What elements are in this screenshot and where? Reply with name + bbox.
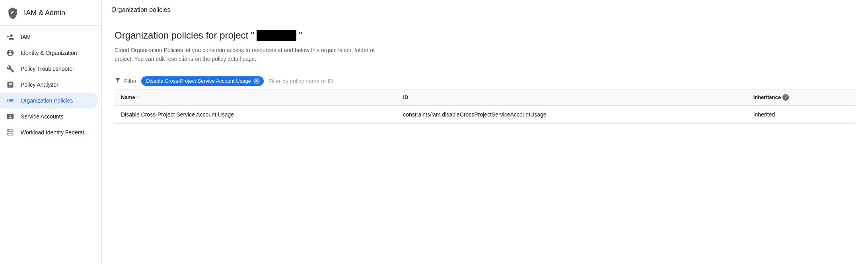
page-title-prefix: Organization policies for project " xyxy=(115,30,254,41)
filter-text: Filter xyxy=(124,78,136,84)
filter-icon xyxy=(115,77,121,85)
th-id: ID xyxy=(397,89,747,106)
filter-label: Filter xyxy=(115,77,136,85)
sidebar-item-org-policies-label: Organization Policies xyxy=(21,97,73,104)
page-title-suffix: " xyxy=(299,30,302,41)
app-title: IAM & Admin xyxy=(24,9,65,17)
list-alt-icon xyxy=(6,81,14,89)
sidebar-item-identity-org-label: Identity & Organization xyxy=(21,50,77,56)
td-name: Disable Cross-Project Service Account Us… xyxy=(115,105,397,123)
sidebar-item-policy-troubleshooter[interactable]: Policy Troubleshooter xyxy=(0,61,98,77)
table-header: Name ↑ ID Inheritance ? xyxy=(115,89,855,106)
person-add-icon xyxy=(6,33,14,41)
badge-icon xyxy=(6,113,14,120)
wrench-icon xyxy=(6,65,14,73)
sidebar-item-policy-analyzer[interactable]: Policy Analyzer xyxy=(0,77,98,93)
td-inheritance: Inherited xyxy=(747,105,855,123)
dns-icon xyxy=(6,128,14,136)
filter-bar: Filter Disable Cross-Project Service Acc… xyxy=(115,73,855,89)
sidebar-item-iam-label: IAM xyxy=(21,34,31,40)
page-title: Organization policies for project "" xyxy=(115,30,855,41)
main-header: Organization policies xyxy=(102,0,868,20)
main-body: Organization policies for project "" Clo… xyxy=(102,20,868,264)
sidebar-item-service-accounts[interactable]: Service Accounts xyxy=(0,109,98,124)
policy-table: Name ↑ ID Inheritance ? xyxy=(115,89,855,124)
filter-chip-close-icon[interactable]: ✕ xyxy=(253,78,260,84)
sidebar-nav: IAM Identity & Organization Policy Troub… xyxy=(0,26,101,264)
table-body: Disable Cross-Project Service Account Us… xyxy=(115,105,855,123)
sidebar-item-identity-org[interactable]: Identity & Organization xyxy=(0,45,98,61)
filter-placeholder[interactable]: Filter by policy name or ID xyxy=(269,78,333,84)
th-name-label: Name xyxy=(121,94,135,100)
sidebar: IAM & Admin IAM Identity & Organization … xyxy=(0,0,102,264)
sidebar-item-workload-identity[interactable]: Workload Identity Federat... xyxy=(0,124,98,140)
sidebar-item-workload-identity-label: Workload Identity Federat... xyxy=(21,129,89,136)
main-content: Organization policies Organization polic… xyxy=(102,0,868,264)
td-id: constraints/iam.disableCrossProjectServi… xyxy=(397,105,747,123)
sidebar-item-policy-analyzer-label: Policy Analyzer xyxy=(21,82,58,88)
th-name: Name ↑ xyxy=(115,89,397,106)
project-name-redacted xyxy=(257,30,296,41)
th-inheritance: Inheritance ? xyxy=(747,89,855,106)
list-icon xyxy=(6,97,14,105)
sort-asc-icon[interactable]: ↑ xyxy=(136,95,139,100)
page-description: Cloud Organization Policies let you cons… xyxy=(115,46,393,64)
sidebar-item-org-policies[interactable]: Organization Policies xyxy=(0,93,98,109)
main-header-title: Organization policies xyxy=(111,6,171,13)
table-row[interactable]: Disable Cross-Project Service Account Us… xyxy=(115,105,855,123)
sidebar-item-iam[interactable]: IAM xyxy=(0,29,98,45)
sidebar-item-policy-troubleshooter-label: Policy Troubleshooter xyxy=(21,66,74,72)
filter-chip[interactable]: Disable Cross-Project Service Account Us… xyxy=(141,76,264,86)
shield-icon xyxy=(6,6,19,19)
th-id-label: ID xyxy=(403,94,408,100)
sidebar-header: IAM & Admin xyxy=(0,0,101,26)
help-icon[interactable]: ? xyxy=(782,94,789,101)
filter-chip-text: Disable Cross-Project Service Account Us… xyxy=(146,78,251,84)
th-inheritance-label: Inheritance xyxy=(753,94,781,100)
sidebar-item-service-accounts-label: Service Accounts xyxy=(21,113,63,120)
account-circle-icon xyxy=(6,49,14,57)
